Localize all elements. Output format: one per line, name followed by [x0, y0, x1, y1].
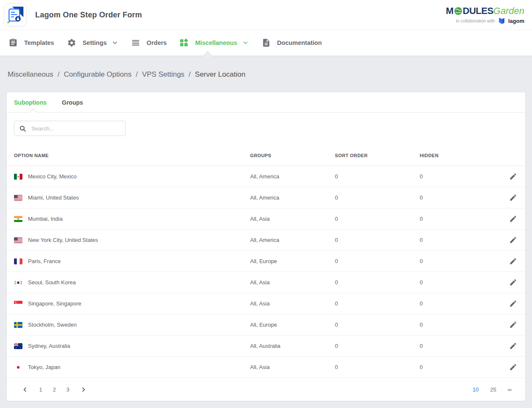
- groups-value: All, America: [250, 237, 335, 243]
- se-flag-icon: [14, 322, 22, 328]
- column-header-sort-order: SORT ORDER: [335, 153, 420, 158]
- us-flag-icon: [14, 237, 22, 243]
- table-row: Seoul, South Korea All, Asia 0 0: [7, 272, 525, 293]
- pencil-icon: [509, 194, 517, 202]
- column-header-hidden: HIDDEN: [420, 153, 501, 158]
- previous-page-button[interactable]: [19, 384, 31, 395]
- main-nav: Templates Settings Orders: [0, 30, 532, 56]
- tab-suboptions[interactable]: Suboptions: [14, 92, 47, 112]
- breadcrumb-item[interactable]: Configurable Options: [64, 70, 131, 78]
- groups-value: All, Australia: [250, 343, 335, 349]
- hidden-value: 0: [420, 300, 501, 307]
- edit-button[interactable]: [508, 214, 518, 224]
- table-body: Mexico City, Mexico All, America 0 0 Mia…: [7, 166, 525, 378]
- collaboration-text: in collaboration with: [456, 18, 495, 23]
- pencil-icon: [509, 363, 517, 371]
- breadcrumb-item[interactable]: Miscellaneous: [8, 70, 53, 78]
- sort-order-value: 0: [335, 343, 420, 349]
- hidden-value: 0: [420, 364, 501, 370]
- au-flag-icon: [14, 343, 22, 349]
- nav-item-orders[interactable]: Orders: [131, 38, 167, 47]
- option-name: Singapore, Singapore: [28, 300, 81, 307]
- breadcrumb-separator: /: [136, 70, 138, 78]
- edit-button[interactable]: [508, 193, 518, 203]
- edit-button[interactable]: [508, 278, 518, 287]
- us-flag-icon: [14, 195, 22, 201]
- table-row: Mumbai, India All, Asia 0 0: [7, 208, 525, 230]
- page-size-10[interactable]: 10: [470, 385, 481, 394]
- edit-button[interactable]: [508, 362, 518, 372]
- chevron-right-icon: [81, 386, 86, 393]
- column-header-groups: GROUPS: [250, 153, 335, 158]
- next-page-button[interactable]: [78, 384, 89, 395]
- brand-dules: DULES: [463, 6, 493, 17]
- hidden-value: 0: [420, 343, 501, 349]
- edit-button[interactable]: [508, 235, 518, 245]
- table-row: Sydney, Australia All, Australia 0 0: [7, 336, 525, 357]
- nav-item-documentation[interactable]: Documentation: [262, 38, 322, 47]
- table-row: Stockholm, Sweden All, Europe 0 0: [7, 314, 525, 336]
- mx-flag-icon: [14, 174, 22, 180]
- option-name: Mexico City, Mexico: [28, 173, 77, 180]
- edit-button[interactable]: [508, 341, 518, 351]
- page-size-25[interactable]: 25: [487, 385, 499, 394]
- edit-button[interactable]: [508, 299, 518, 308]
- table-row: Mexico City, Mexico All, America 0 0: [7, 166, 525, 187]
- nav-item-miscellaneous[interactable]: Miscellaneous: [179, 38, 248, 47]
- tab-groups[interactable]: Groups: [62, 92, 83, 112]
- pencil-icon: [509, 215, 517, 223]
- sort-order-value: 0: [335, 364, 420, 370]
- option-name: Paris, France: [28, 258, 61, 264]
- in-flag-icon: [14, 216, 22, 222]
- option-name: Sydney, Australia: [28, 343, 70, 349]
- lagom-logo-icon: [498, 17, 505, 25]
- sort-order-value: 0: [335, 173, 420, 180]
- edit-button[interactable]: [508, 320, 518, 330]
- hidden-value: 0: [420, 258, 501, 264]
- column-header-option-name: OPTION NAME: [14, 153, 250, 158]
- modulesgarden-logo: M DULES Garden: [446, 6, 524, 17]
- breadcrumb-item-current: Server Location: [195, 70, 245, 78]
- nav-item-templates[interactable]: Templates: [8, 38, 54, 47]
- page-number-button[interactable]: 2: [49, 384, 60, 395]
- groups-value: All, Asia: [250, 300, 335, 307]
- sort-order-value: 0: [335, 194, 420, 201]
- hidden-value: 0: [420, 216, 501, 222]
- fr-flag-icon: [14, 258, 22, 264]
- search-box: [14, 121, 125, 136]
- search-input[interactable]: [31, 125, 120, 132]
- hidden-value: 0: [420, 194, 501, 201]
- option-name: New York City, United States: [28, 237, 98, 243]
- page-size-all[interactable]: ∞: [505, 385, 514, 394]
- option-name: Stockholm, Sweden: [28, 322, 77, 328]
- table-row: Tokyo, Japan All, Asia 0 0: [7, 357, 525, 378]
- hidden-value: 0: [420, 279, 501, 286]
- hidden-value: 0: [420, 173, 501, 180]
- brand-garden: Garden: [493, 6, 524, 17]
- page-number-button[interactable]: 3: [62, 384, 73, 395]
- sort-order-value: 0: [335, 237, 420, 243]
- page-title: Lagom One Step Order Form: [35, 11, 142, 19]
- option-name: Miami, United States: [28, 194, 79, 201]
- nav-item-settings[interactable]: Settings: [67, 38, 118, 47]
- chevron-left-icon: [22, 386, 28, 393]
- clipboard-icon: [8, 38, 18, 47]
- table-row: Singapore, Singapore All, Asia 0 0: [7, 293, 525, 314]
- pencil-icon: [509, 300, 517, 308]
- brand-m: M: [446, 6, 454, 17]
- groups-value: All, Asia: [250, 279, 335, 286]
- page-number-button[interactable]: 1: [35, 384, 46, 395]
- breadcrumb-item[interactable]: VPS Settings: [142, 70, 184, 78]
- app-logo: [4, 3, 27, 26]
- chevron-down-icon: [242, 39, 249, 46]
- edit-button[interactable]: [508, 172, 518, 181]
- gear-icon: [67, 38, 76, 47]
- search-icon: [19, 125, 26, 132]
- hidden-value: 0: [420, 322, 501, 328]
- sort-order-value: 0: [335, 300, 420, 307]
- page: Lagom One Step Order Form M DULES Garden…: [0, 0, 532, 408]
- breadcrumb: Miscellaneous/Configurable Options/VPS S…: [0, 56, 532, 79]
- globe-icon: [454, 7, 462, 15]
- edit-button[interactable]: [508, 256, 518, 266]
- sort-order-value: 0: [335, 258, 420, 264]
